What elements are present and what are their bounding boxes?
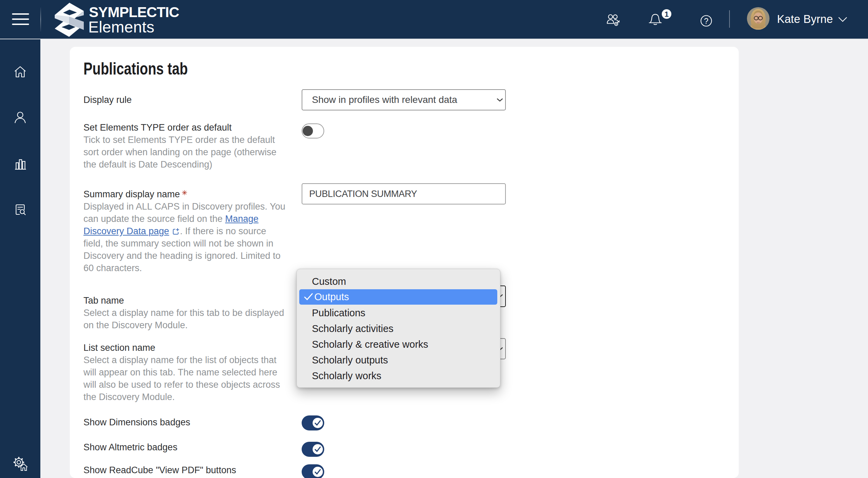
svg-text:?: ? xyxy=(704,17,709,26)
